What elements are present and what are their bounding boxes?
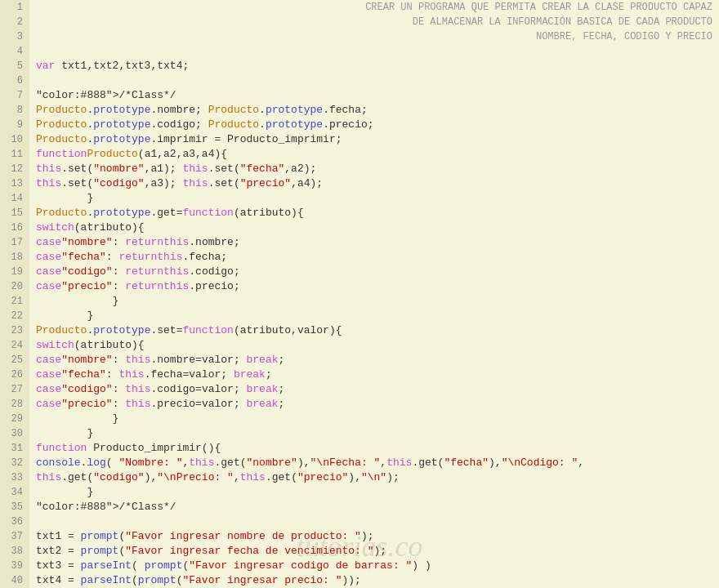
code-line: this.set("nombre",a1); this.set("fecha",… [36,162,712,176]
code-line: Producto.prototype.nombre; Producto.prot… [36,103,712,118]
code-line: console.log( "Nombre: ",this.get("nombre… [36,456,712,470]
code-line: Producto.prototype.set=function(atributo… [36,323,712,338]
code-line: this.set("codigo",a3); this.set("precio"… [36,176,712,191]
code-line: txt2 = prompt("Favor ingresar fecha de v… [36,544,712,559]
code-content[interactable]: CREAR UN PROGRAMA QUE PERMITA CREAR LA C… [29,0,719,588]
code-line: this.get("codigo"),"\nPrecio: ",this.get… [36,470,712,485]
code-line: switch(atributo){ [36,338,712,353]
code-line [36,514,712,529]
code-line: } [36,485,712,500]
code-line: case "nombre": return this.nombre; [36,235,712,250]
code-line: case "codigo": return this.codigo; [36,265,712,279]
code-line: } [36,426,712,441]
code-area[interactable]: 1234567891011121314151617181920212223242… [0,0,719,588]
code-line: } [36,309,712,323]
code-line: } [36,294,712,309]
code-line: Producto.prototype.get=function(atributo… [36,206,712,220]
code-line: NOMBRE, FECHA, CODIGO Y PRECIO [36,29,712,44]
code-line: "color:#888">/*Class*/ [36,500,712,514]
code-line: txt4 = parseInt(prompt("Favor ingresar p… [36,573,712,588]
code-line: var txt1,txt2,txt3,txt4; [36,59,712,74]
line-numbers: 1234567891011121314151617181920212223242… [0,0,29,588]
code-line [36,44,712,59]
code-line: case "precio": this.precio=valor; break; [36,397,712,412]
code-line: Producto.prototype.imprimir = Producto_i… [36,132,712,147]
code-line: case "fecha": this.fecha=valor; break; [36,368,712,382]
code-line: "color:#888">/*Class*/ [36,88,712,103]
code-line: Producto.prototype.codigo; Producto.prot… [36,118,712,132]
code-line: case "fecha": return this.fecha; [36,250,712,265]
code-line: case "nombre": this.nombre=valor; break; [36,353,712,368]
code-line: txt3 = parseInt( prompt("Favor ingresar … [36,559,712,573]
code-line: function Producto(a1,a2,a3,a4){ [36,147,712,162]
code-line: } [36,412,712,426]
code-line: DE ALMACENAR LA INFORMACIÓN BASICA DE CA… [36,15,712,29]
code-line: case "codigo": this.codigo=valor; break; [36,382,712,397]
code-line [36,74,712,88]
code-editor: 1234567891011121314151617181920212223242… [0,0,719,588]
code-line: function Producto_imprimir(){ [36,441,712,456]
code-line: } [36,191,712,206]
code-line: txt1 = prompt("Favor ingresar nombre de … [36,529,712,544]
code-line: switch(atributo){ [36,220,712,235]
code-line: case "precio": return this.precio; [36,279,712,294]
code-line: CREAR UN PROGRAMA QUE PERMITA CREAR LA C… [36,0,712,15]
